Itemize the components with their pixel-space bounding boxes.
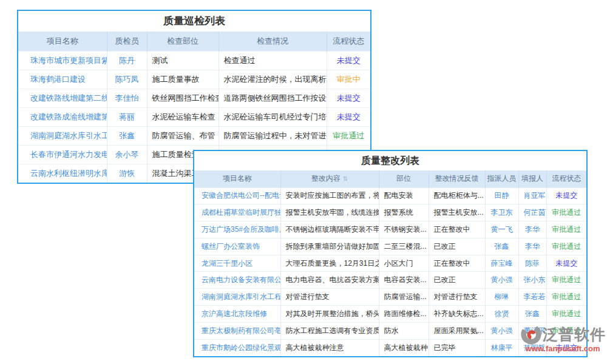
assignee-link[interactable]: 薛宝峰 [485,255,518,272]
cell-feedback: 补齐缺失标志... [429,306,485,323]
brand-url[interactable]: www.fanpusoft.com [520,344,606,353]
status-text[interactable]: 未提交 [327,89,370,107]
cell-content: 对其及时开展整治措施，桥头... [280,306,379,323]
assignee-link[interactable]: 黄小强 [485,322,518,339]
status-text[interactable]: 审批通过 [546,289,586,306]
inspector-link[interactable]: 游恢 [107,164,147,183]
brand-watermark[interactable]: 泛普软件 www.fanpusoft.com [520,323,606,353]
status-text[interactable]: 未提交 [327,107,370,126]
assignee-link[interactable]: 林康平 [485,339,518,356]
brand-logo-icon [520,323,543,346]
cell-content: 对管进行垫支 [280,289,379,306]
inspector-link[interactable]: 蒋丽 [107,107,147,126]
status-text[interactable]: 审批通过 [546,204,586,221]
reporter-link[interactable]: 肖亚军 [518,187,546,204]
cell-part: 防腐管运输、布管 [147,126,219,145]
project-link[interactable]: 重庆太极制药有限公司亳州中... [194,322,280,339]
table-row: 湖南洞庭湖水库引水工程施工标对管进行垫支防腐管运输...对管进行垫支柳琳李若若审… [194,289,586,306]
cell-feedback: 屋面采用聚氨... [429,322,485,339]
status-text[interactable]: 审批通过 [327,126,370,145]
col-part: 部位 [379,170,429,187]
project-link[interactable]: 珠海市城市更新项目紫... [18,51,107,70]
project-link[interactable]: 安徽合肥供电公司--配电设备... [194,187,280,204]
cell-part: 配电安装 [379,187,429,204]
status-text[interactable]: 审批通过 [546,306,586,323]
project-link[interactable]: 珠海鹤港口建设 [18,70,107,89]
project-link[interactable]: 湖南洞庭湖水库引水工程施工标 [194,289,280,306]
status-text[interactable]: 未提交 [546,187,586,204]
table-row: 湖南洞庭湖水库引水工...张鑫防腐管运输、布管防腐管运输过程中，未对管进行...… [18,126,370,145]
cell-content: 防水工程施工选调有专业资质... [280,322,379,339]
col-status: 流程状态 [546,170,586,187]
assignee-link[interactable]: 田静 [485,187,518,204]
reporter-link[interactable]: 张小东 [518,272,546,289]
project-link[interactable]: 成都杜甫草堂临时展厅独立展... [194,204,280,221]
reporter-link[interactable]: 李若若 [518,289,546,306]
rectify-header-row: 项目名称 整改内容⇅ 部位 整改情况反馈 指派人员 填报人 流程状态 [194,170,586,187]
project-link[interactable]: 万达广场35#会所及咖啡厅空... [194,221,280,238]
cell-content: 拆除到承重墙部分请做好加固... [280,238,379,255]
reporter-link[interactable]: 何芷茵 [518,204,546,221]
inspector-link[interactable]: 陈巧凤 [107,70,147,89]
inspector-link[interactable]: 李佳怡 [107,89,147,107]
project-link[interactable]: 湖南洞庭湖水库引水工... [18,126,107,145]
reporter-link[interactable]: 李华 [518,238,546,255]
cell-feedback: 报警主机安放... [429,204,485,221]
project-link[interactable]: 龙湖三千里小区 [194,255,280,272]
status-text[interactable]: 审批通过 [546,221,586,238]
col-assignee: 指派人员 [485,170,518,187]
cell-situation: 道路两侧铁丝网围挡工作按设计... [219,89,327,107]
table-row: 龙湖三千里小区大理石质量更换，12月31日之...小区大门正在整改中薛宝峰陈菲未… [194,255,586,272]
reporter-link[interactable]: 李华 [518,221,546,238]
cell-content: 安装时应按施工图的布置，将... [280,187,379,204]
cell-part: 电容器安装... [379,272,429,289]
assignee-link[interactable]: 李卫东 [485,204,518,221]
col-status: 流程状态 [327,32,370,51]
status-text[interactable]: 未提交 [327,51,370,70]
cell-situation: 检查通过 [219,51,327,70]
cell-content: 电力电容器、电抗器安装方案,... [280,272,379,289]
project-link[interactable]: 改建铁路线增建第二线... [18,89,107,107]
cell-feedback: 配电柜柜体与... [429,187,485,204]
inspection-header-row: 项目名称 质检员 检查部位 检查情况 流程状态 [18,32,370,51]
cell-part: 施工质量事故 [147,70,219,89]
cell-content: 不锈钢边框玻璃隔断安装不牢... [280,221,379,238]
project-link[interactable]: 京沪高速北京段维修 [194,306,280,323]
table-row: 万达广场35#会所及咖啡厅空...不锈钢边框玻璃隔断安装不牢...不锈钢安装..… [194,221,586,238]
project-link[interactable]: 长春市伊通河水力发电... [18,145,107,164]
assignee-link[interactable]: 黄一飞 [485,221,518,238]
assignee-link[interactable]: 黄小强 [485,272,518,289]
col-reporter: 填报人 [518,170,546,187]
cell-situation: 水泥砼运输车司机经过专门培训... [219,107,327,126]
status-text[interactable]: 审批通过 [546,272,586,289]
inspector-link[interactable]: 张鑫 [107,126,147,145]
project-link[interactable]: 螺丝厂办公室装饰 [194,238,280,255]
col-feedback: 整改情况反馈 [429,170,485,187]
assignee-link[interactable]: 张鑫 [485,238,518,255]
reporter-link[interactable]: 张鑫 [518,306,546,323]
assignee-link[interactable]: 柳琳 [485,289,518,306]
cell-situation: 水泥砼灌注的时候，出现离析现象 [219,70,327,89]
project-link[interactable]: 云南电力设备安装有限公司20... [194,272,280,289]
status-text[interactable]: 审批中 [327,70,370,89]
table-row: 改建铁路线增建第二线...李佳怡铁丝网围挡工作检查道路两侧铁丝网围挡工作按设计.… [18,89,370,107]
col-situation: 检查情况 [219,32,327,51]
cell-content: 报警主机安放牢固，线缆连接... [280,204,379,221]
inspector-link[interactable]: 陈丹 [107,51,147,70]
col-content[interactable]: 整改内容⇅ [280,170,379,187]
col-inspector: 质检员 [107,32,147,51]
project-link[interactable]: 改建铁路成渝线增建第... [18,107,107,126]
table-row: 珠海鹤港口建设陈巧凤施工质量事故水泥砼灌注的时候，出现离析现象审批中 [18,70,370,89]
assignee-link[interactable]: 徐贤 [485,306,518,323]
project-link[interactable]: 重庆市鹅岭公园绿化景观提升... [194,339,280,356]
cell-part: 不锈钢安装... [379,221,429,238]
status-text[interactable]: 审批通过 [546,238,586,255]
inspection-table-title: 质量巡检列表 [18,11,370,32]
reporter-link[interactable]: 陈菲 [518,255,546,272]
cell-part: 路面维修检... [379,306,429,323]
cell-part: 防水 [379,322,429,339]
status-text[interactable]: 未提交 [546,255,586,272]
sort-icon[interactable]: ⇅ [343,175,348,182]
inspector-link[interactable]: 余小琴 [107,145,147,164]
project-link[interactable]: 云南水利枢纽潜明水库... [18,164,107,183]
